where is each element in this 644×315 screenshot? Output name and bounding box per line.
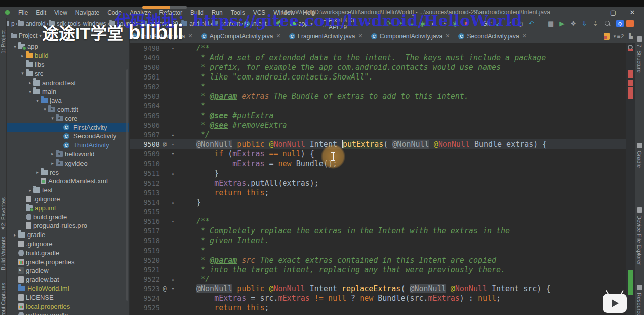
overlay-app-icon-1[interactable]: Q xyxy=(616,20,624,27)
fold-down-icon[interactable]: ▾ xyxy=(169,217,177,226)
chevron-right-icon[interactable]: ▸ xyxy=(49,161,56,166)
tree-item-helloworld[interactable]: ▸helloworld xyxy=(7,150,129,159)
tab-FragmentActivity.java[interactable]: CFragmentActivity.java✕ xyxy=(285,29,367,43)
tree-scrollbar[interactable] xyxy=(126,69,128,301)
tool-strip-label-resource-m[interactable]: Resource M xyxy=(636,293,642,315)
tree-item--gitignore[interactable]: .gitignore xyxy=(7,195,129,204)
menu-view[interactable]: View xyxy=(50,8,71,18)
tree-item-com-ttit[interactable]: ▾com.ttit xyxy=(7,105,129,114)
code-line-9502[interactable]: 9502 * xyxy=(130,82,626,92)
fold-up-icon[interactable]: ▴ xyxy=(169,169,177,178)
tree-item-gradle-properties[interactable]: gradle.properties xyxy=(7,257,129,266)
code-line-9510[interactable]: 9510 mExtras = new Bundle(); xyxy=(130,159,626,169)
close-icon[interactable]: ✕ xyxy=(358,33,363,39)
code-line-9524[interactable]: 9524 mExtras = src.mExtras != null ? new… xyxy=(130,294,626,303)
favorites-star-icon[interactable]: ★ xyxy=(1,225,5,231)
tree-item-gradlew[interactable]: gradlew xyxy=(7,266,129,275)
fold-up-icon[interactable]: ▴ xyxy=(169,197,177,207)
chevron-down-icon[interactable]: ▾ xyxy=(12,44,18,49)
code-line-9507[interactable]: 9507▴ */ xyxy=(130,130,626,139)
code-line-9499[interactable]: 9499 * Add a set of extended data to the… xyxy=(130,53,626,62)
code-line-9508[interactable]: 9508@▾@NonNull public @NonNull Intent pu… xyxy=(130,139,626,149)
chevron-right-icon[interactable]: ▸ xyxy=(12,232,18,238)
stripe-mark-error[interactable] xyxy=(628,80,633,86)
code-line-9515[interactable]: 9515 xyxy=(130,207,626,216)
chevron-right-icon[interactable]: ▸ xyxy=(27,80,33,85)
code-line-9505[interactable]: 9505 * @see #putExtra xyxy=(130,111,626,120)
manifest-file-icon[interactable] xyxy=(604,33,610,40)
fold-up-icon[interactable]: ▴ xyxy=(169,130,177,139)
code-line-9523[interactable]: 9523@▾@NonNull public @NonNull Intent re… xyxy=(130,284,626,294)
close-button[interactable]: ✕ xyxy=(623,7,642,18)
tool-strip-label-layout-captures[interactable]: Layout Captures xyxy=(0,283,7,315)
code-line-9525[interactable]: 9525 return this; xyxy=(130,303,626,313)
editor-layout-icon[interactable]: ▙ xyxy=(629,33,633,39)
fold-down-icon[interactable]: ▾ xyxy=(169,139,177,149)
stripe-mark-error[interactable] xyxy=(628,87,633,99)
tab-list-icon[interactable]: ≡ xyxy=(617,33,620,40)
tree-item-core[interactable]: ▾core xyxy=(7,114,129,123)
code-line-9511[interactable]: 9511▴ } xyxy=(130,169,626,178)
chevron-right-icon[interactable]: ▸ xyxy=(49,151,56,156)
chevron-down-icon[interactable]: ▾ xyxy=(19,71,26,76)
close-icon[interactable]: ✕ xyxy=(522,33,527,39)
chevron-down-icon[interactable]: ▾ xyxy=(27,89,33,94)
fold-down-icon[interactable]: ▾ xyxy=(169,43,177,53)
code-line-9513[interactable]: 9513 return this; xyxy=(130,188,626,197)
tree-item-ThirdActivity[interactable]: CThirdActivity xyxy=(7,141,129,150)
sdk-manager-icon[interactable]: ⇣ xyxy=(590,20,600,27)
code-line-9509[interactable]: 9509▾ if (mExtras == null) { xyxy=(130,149,626,159)
menu-file[interactable]: File xyxy=(14,8,32,18)
sync-gradle-icon[interactable]: ⇩ xyxy=(579,20,589,27)
tool-strip-label-device-file-explorer[interactable]: Device File Explorer xyxy=(636,215,642,265)
tree-item-java[interactable]: ▾java xyxy=(7,96,129,105)
chevron-right-icon[interactable]: ▸ xyxy=(27,188,33,193)
code-line-9500[interactable]: 9500 * prefix, for example the app com.a… xyxy=(130,62,626,72)
code-line-9516[interactable]: 9516▾/** xyxy=(130,217,626,226)
rollback-icon[interactable]: ↶ xyxy=(526,20,536,27)
tree-item-test[interactable]: ▸test xyxy=(7,186,129,195)
tree-item-SecondActivity[interactable]: CSecondActivity xyxy=(7,132,129,141)
tree-item-HelloWorld-iml[interactable]: HelloWorld.iml xyxy=(7,284,129,293)
tree-item--gitignore[interactable]: .gitignore xyxy=(7,240,129,249)
tool-strip-label-2-favorites[interactable]: 2: Favorites xyxy=(0,197,7,226)
tree-item-FirstActivity[interactable]: CFirstActivity xyxy=(7,123,129,132)
menu-navigate[interactable]: Navigate xyxy=(71,8,103,18)
menu-edit[interactable]: Edit xyxy=(32,8,50,18)
tree-item-libs[interactable]: libs xyxy=(7,60,129,69)
editor-error-stripe[interactable] xyxy=(626,43,635,315)
tree-item-gradle[interactable]: ▸gradle xyxy=(7,230,129,240)
tree-item-src[interactable]: ▾src xyxy=(7,69,129,78)
fold-down-icon[interactable]: ▾ xyxy=(169,284,177,294)
tab-AppCompatActivity.java[interactable]: CAppCompatActivity.java✕ xyxy=(197,29,285,43)
code-line-9517[interactable]: 9517 * Completely replace the extras in … xyxy=(130,226,626,236)
code-line-9504[interactable]: 9504 * xyxy=(130,101,626,111)
overlay-app-icon-2[interactable] xyxy=(626,20,634,27)
code-line-9503[interactable]: 9503 * @param extras The Bundle of extra… xyxy=(130,92,626,101)
tree-item-app-iml[interactable]: app.iml xyxy=(7,203,129,212)
device-manager-icon[interactable]: ▶ xyxy=(557,20,567,27)
close-icon[interactable]: ✕ xyxy=(276,33,280,39)
tree-item-settings-gradle[interactable]: settings.gradle xyxy=(7,311,129,315)
stripe-mark-error[interactable] xyxy=(628,49,633,51)
tree-item-build-gradle[interactable]: build.gradle xyxy=(7,248,129,257)
avd-manager-icon[interactable]: ❖ xyxy=(568,20,578,27)
maximize-button[interactable]: ▢ xyxy=(604,7,623,18)
tool-strip-label-1-project[interactable]: 1: Project xyxy=(0,30,7,53)
code-editor[interactable]: 9498▾/**9499 * Add a set of extended dat… xyxy=(130,43,626,315)
tab-SecondActivity.java[interactable]: CSecondActivity.java✕ xyxy=(454,29,531,43)
chevron-right-icon[interactable]: ▸ xyxy=(34,170,41,175)
chevron-right-icon[interactable]: ▸ xyxy=(19,53,26,58)
close-icon[interactable]: ✕ xyxy=(188,33,192,39)
tree-item-gradlew-bat[interactable]: gradlew.bat xyxy=(7,275,129,284)
project-structure-icon[interactable]: ▤ xyxy=(546,20,556,27)
tree-item-main[interactable]: ▾main xyxy=(7,87,129,96)
code-line-9498[interactable]: 9498▾/** xyxy=(130,43,626,53)
code-line-9520[interactable]: 9520 * @param src The exact extras conta… xyxy=(130,255,626,265)
tree-item-build-gradle[interactable]: build.gradle xyxy=(7,212,129,221)
close-icon[interactable]: ✕ xyxy=(445,33,450,39)
tree-item-AndroidManifest-xml[interactable]: AndroidManifest.xml xyxy=(7,177,129,186)
code-line-9519[interactable]: 9519 * xyxy=(130,246,626,255)
code-line-9512[interactable]: 9512 mExtras.putAll(extras); xyxy=(130,178,626,188)
chevron-down-icon[interactable]: ▾ xyxy=(42,107,48,112)
